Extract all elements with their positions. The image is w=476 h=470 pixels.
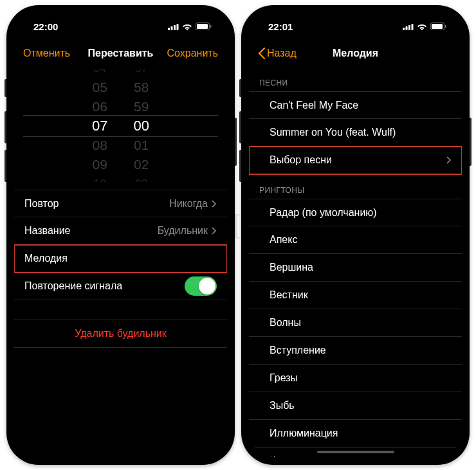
mute-switch <box>5 79 6 97</box>
song-item[interactable]: Summer on You (feat. Wulf) <box>249 119 462 147</box>
nav-bar: Отменить Переставить Сохранить <box>14 40 227 67</box>
status-time: 22:01 <box>268 21 293 32</box>
ringtone-label: Радар (по умолчанию) <box>270 207 377 219</box>
ringtone-item[interactable]: Апекс <box>249 226 462 254</box>
back-label: Назад <box>267 48 297 59</box>
toggle-knob <box>199 278 215 294</box>
svg-rect-2 <box>174 25 176 30</box>
home-indicator[interactable] <box>317 451 394 453</box>
snooze-row: Повторение сигнала <box>14 273 227 300</box>
name-row[interactable]: Название Будильник <box>14 217 227 245</box>
mute-switch <box>239 79 241 97</box>
name-value: Будильник <box>158 225 208 237</box>
pick-song-row[interactable]: Выбор песни <box>249 147 462 174</box>
hour-option: 09 <box>92 155 107 174</box>
svg-rect-10 <box>412 24 414 30</box>
ringtone-item[interactable]: Радар (по умолчанию) <box>249 199 462 226</box>
hour-picker-column[interactable]: 04 05 06 07 08 09 10 <box>92 69 107 182</box>
ringtone-item[interactable]: Иллюминация <box>249 420 462 447</box>
ringtone-item[interactable]: Зыбь <box>249 392 462 420</box>
time-picker[interactable]: 04 05 06 07 08 09 10 57 58 59 00 01 02 0… <box>14 69 227 182</box>
svg-rect-13 <box>445 25 446 28</box>
nav-bar: Назад Мелодия <box>249 40 462 67</box>
battery-icon <box>196 23 212 30</box>
nav-title: Переставить <box>75 48 167 59</box>
volume-up-button <box>5 111 6 143</box>
ringtone-label: Вершина <box>270 262 313 273</box>
back-button[interactable]: Назад <box>258 48 309 59</box>
ringtone-label: Апекс <box>270 234 297 246</box>
ringtone-item[interactable]: Волны <box>249 309 462 337</box>
volume-down-button <box>5 150 6 182</box>
volume-up-button <box>239 111 241 143</box>
status-time: 22:00 <box>33 21 58 32</box>
song-label: Summer on You (feat. Wulf) <box>270 127 396 138</box>
songs-section-header: ПЕСНИ <box>249 67 462 91</box>
picker-selection-bar <box>23 115 218 137</box>
minute-option: 59 <box>134 97 149 116</box>
hour-option: 08 <box>92 136 107 155</box>
snooze-label: Повторение сигнала <box>24 280 122 292</box>
ringtone-item[interactable]: Вершина <box>249 254 462 282</box>
wifi-icon <box>417 23 427 30</box>
minute-selected: 00 <box>134 116 149 136</box>
delete-alarm-button[interactable]: Удалить будильник <box>14 320 227 348</box>
notch <box>302 13 408 30</box>
notch <box>68 13 174 30</box>
song-label: Can't Feel My Face <box>270 100 358 111</box>
hour-option: 05 <box>92 78 107 97</box>
minute-picker-column[interactable]: 57 58 59 00 01 02 03 <box>134 69 149 182</box>
repeat-value: Никогда <box>169 198 208 210</box>
nav-title: Мелодия <box>309 48 401 59</box>
chevron-right-icon <box>446 156 452 164</box>
wifi-icon <box>182 23 192 30</box>
minute-option: 03 <box>134 174 149 183</box>
sound-row[interactable]: Мелодия <box>14 245 227 273</box>
battery-icon <box>430 23 446 30</box>
save-button[interactable]: Сохранить <box>167 48 218 59</box>
minute-option: 01 <box>134 136 149 155</box>
chevron-right-icon <box>212 200 217 208</box>
chevron-right-icon <box>212 227 217 235</box>
cancel-button[interactable]: Отменить <box>23 48 75 59</box>
phone-left: 22:00 Отменить Переставить Сохранить <box>6 5 235 465</box>
power-button <box>235 118 237 166</box>
power-button <box>470 118 471 166</box>
volume-down-button <box>239 150 241 182</box>
ringtone-item[interactable]: Вестник <box>249 282 462 309</box>
repeat-row[interactable]: Повтор Никогда <box>14 190 227 217</box>
ringtone-label: Грезы <box>270 372 298 384</box>
phone-right: 22:01 Назад Мелодия ПЕСНИ <box>241 5 470 465</box>
ringtone-label: Волны <box>270 317 301 329</box>
sound-label: Мелодия <box>24 253 68 264</box>
hour-selected: 07 <box>92 116 107 136</box>
repeat-label: Повтор <box>24 198 59 210</box>
svg-rect-9 <box>408 25 410 30</box>
ringtone-label: Космос <box>270 455 304 457</box>
ringtone-item[interactable]: Вступление <box>249 337 462 365</box>
ringtones-section-header: РИНГТОНЫ <box>249 174 462 199</box>
svg-rect-1 <box>171 26 173 30</box>
minute-option: 57 <box>134 69 149 78</box>
svg-rect-5 <box>197 24 208 29</box>
ringtone-label: Зыбь <box>270 400 295 411</box>
hour-option: 04 <box>92 69 107 78</box>
ringtone-label: Вступление <box>270 345 326 356</box>
snooze-toggle[interactable] <box>185 276 217 296</box>
settings-list: Повтор Никогда Название Будильник Мелоди… <box>14 190 227 300</box>
ringtone-label: Иллюминация <box>270 428 338 439</box>
minute-option: 02 <box>134 155 149 174</box>
minute-option: 58 <box>134 78 149 97</box>
name-label: Название <box>24 225 71 237</box>
pick-song-label: Выбор песни <box>270 154 332 166</box>
ringtone-item[interactable]: Грезы <box>249 365 462 392</box>
hour-option: 06 <box>92 97 107 116</box>
svg-rect-3 <box>177 24 179 30</box>
hour-option: 10 <box>92 174 107 183</box>
svg-rect-8 <box>406 26 408 30</box>
ringtone-label: Вестник <box>270 289 308 301</box>
svg-rect-12 <box>432 24 443 29</box>
song-item[interactable]: Can't Feel My Face <box>249 91 462 119</box>
svg-rect-6 <box>210 25 212 28</box>
chevron-left-icon <box>258 48 266 59</box>
